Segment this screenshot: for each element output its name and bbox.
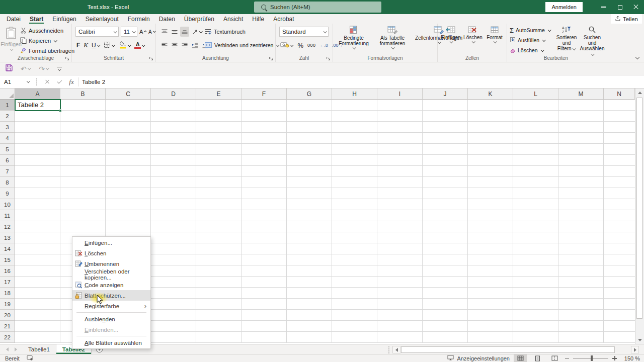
bold-button[interactable]: F <box>75 40 81 50</box>
row-header-1[interactable]: 1 <box>0 100 15 111</box>
row-header-8[interactable]: 8 <box>0 177 15 188</box>
align-left-button[interactable] <box>160 40 169 50</box>
fill-color-button[interactable] <box>118 40 132 50</box>
normal-view-button[interactable] <box>514 354 527 362</box>
cut-button[interactable]: Ausschneiden <box>20 26 74 36</box>
clear-button[interactable]: Löschen <box>510 45 551 55</box>
align-middle-button[interactable] <box>170 27 179 37</box>
italic-button[interactable]: K <box>83 40 89 50</box>
close-button[interactable] <box>628 0 644 14</box>
column-header-C[interactable]: C <box>106 88 151 100</box>
insert-function-button[interactable]: fx <box>65 78 77 86</box>
currency-format-button[interactable] <box>279 40 295 50</box>
row-header-17[interactable]: 17 <box>0 277 15 288</box>
align-top-button[interactable] <box>160 27 169 37</box>
number-dialog-launcher[interactable] <box>326 56 331 61</box>
format-cells-button[interactable]: Format <box>484 26 505 44</box>
clipboard-dialog-launcher[interactable] <box>65 56 70 61</box>
delete-cells-button[interactable]: Löschen <box>462 26 484 44</box>
redo-button[interactable]: ↷ <box>39 65 49 72</box>
zoom-slider-thumb[interactable] <box>591 355 593 361</box>
number-format-combobox[interactable]: Standard <box>279 27 329 37</box>
column-header-D[interactable]: D <box>151 88 196 100</box>
font-color-button[interactable]: A <box>133 40 146 50</box>
row-header-11[interactable]: 11 <box>0 210 15 221</box>
autosum-button[interactable]: Σ AutoSumme <box>510 25 551 35</box>
name-box[interactable]: A1 <box>0 75 32 88</box>
column-header-L[interactable]: L <box>513 88 558 100</box>
minimize-button[interactable] <box>596 0 612 14</box>
zoom-slider[interactable] <box>573 358 608 358</box>
align-center-button[interactable] <box>170 40 179 50</box>
row-header-12[interactable]: 12 <box>0 221 15 232</box>
row-header-19[interactable]: 19 <box>0 299 15 310</box>
maximize-button[interactable] <box>612 0 628 14</box>
menu-item-einfügen[interactable]: Einfügen... <box>72 237 150 248</box>
confirm-entry-button[interactable] <box>53 81 65 82</box>
column-header-I[interactable]: I <box>377 88 423 100</box>
orientation-button[interactable] <box>190 27 204 37</box>
merge-center-button[interactable]: Verbinden und zentrieren <box>204 40 280 50</box>
tab-einfügen[interactable]: Einfügen <box>48 14 80 24</box>
tab-ansicht[interactable]: Ansicht <box>219 14 248 24</box>
menu-item-alle-blätter-auswählen[interactable]: Alle Blätter auswählen <box>72 337 150 348</box>
display-settings-button[interactable]: Anzeigeeinstellungen <box>447 355 510 361</box>
column-header-A[interactable]: A <box>15 88 60 100</box>
tab-überprüfen[interactable]: Überprüfen <box>180 14 219 24</box>
row-header-20[interactable]: 20 <box>0 310 15 321</box>
sign-in-button[interactable]: Anmelden <box>545 2 583 12</box>
tab-start[interactable]: Start <box>25 14 48 24</box>
shrink-font-button[interactable]: A <box>147 27 156 37</box>
underline-button[interactable]: U <box>91 40 101 50</box>
insert-cells-button[interactable]: Einfügen <box>440 26 462 44</box>
decrease-indent-button[interactable] <box>190 40 200 50</box>
row-header-7[interactable]: 7 <box>0 166 15 177</box>
vertical-scrollbar-thumb[interactable] <box>636 98 642 319</box>
save-icon[interactable] <box>5 64 13 73</box>
column-header-B[interactable]: B <box>60 88 106 100</box>
column-header-N[interactable]: N <box>604 88 635 100</box>
row-header-15[interactable]: 15 <box>0 254 15 265</box>
tab-daten[interactable]: Daten <box>154 14 180 24</box>
sheet-tab-tabelle1[interactable]: Tabelle1 <box>22 344 56 354</box>
tab-acrobat[interactable]: Acrobat <box>269 14 298 24</box>
column-header-E[interactable]: E <box>196 88 242 100</box>
collapse-ribbon-button[interactable] <box>635 55 639 59</box>
sort-filter-button[interactable]: AZ Sortieren und Filtern <box>553 26 580 51</box>
wrap-text-button[interactable]: Textumbruch <box>204 27 246 37</box>
scroll-left-arrow[interactable] <box>392 346 400 353</box>
page-layout-view-button[interactable] <box>531 354 544 362</box>
vertical-scrollbar[interactable] <box>635 88 644 344</box>
increase-decimal-button[interactable]: ←.0 <box>319 40 330 50</box>
row-header-4[interactable]: 4 <box>0 133 15 144</box>
align-right-button[interactable] <box>180 40 189 50</box>
column-header-K[interactable]: K <box>468 88 513 100</box>
tab-splitter[interactable] <box>388 346 389 353</box>
column-header-G[interactable]: G <box>287 88 332 100</box>
zoom-level[interactable]: 150 % <box>621 355 640 361</box>
customize-qat-button[interactable] <box>57 67 62 70</box>
find-select-button[interactable]: Suchen und Auswählen <box>580 26 605 57</box>
menu-item-registerfarbe[interactable]: Registerfarbe› <box>72 301 150 311</box>
row-header-16[interactable]: 16 <box>0 265 15 277</box>
tab-hilfe[interactable]: Hilfe <box>248 14 269 24</box>
horizontal-scrollbar[interactable] <box>388 346 639 353</box>
row-header-14[interactable]: 14 <box>0 243 15 254</box>
borders-button[interactable] <box>103 40 116 50</box>
next-sheet-arrow[interactable] <box>15 347 17 351</box>
column-header-H[interactable]: H <box>332 88 377 100</box>
page-break-view-button[interactable] <box>548 354 561 362</box>
formula-content[interactable]: Tabelle 2 <box>82 79 105 85</box>
previous-sheet-arrow[interactable] <box>6 347 9 351</box>
font-dialog-launcher[interactable] <box>149 56 154 61</box>
column-header-M[interactable]: M <box>558 88 604 100</box>
font-size-combobox[interactable]: 11 <box>121 27 137 37</box>
row-header-5[interactable]: 5 <box>0 144 15 155</box>
menu-item-ausblenden[interactable]: Ausblenden <box>72 314 150 324</box>
scroll-up-arrow[interactable] <box>638 92 642 94</box>
cancel-entry-button[interactable] <box>41 79 53 84</box>
row-header-9[interactable]: 9 <box>0 188 15 199</box>
row-header-22[interactable]: 22 <box>0 332 15 343</box>
tab-formeln[interactable]: Formeln <box>123 14 154 24</box>
share-button[interactable]: Teilen <box>611 14 642 24</box>
